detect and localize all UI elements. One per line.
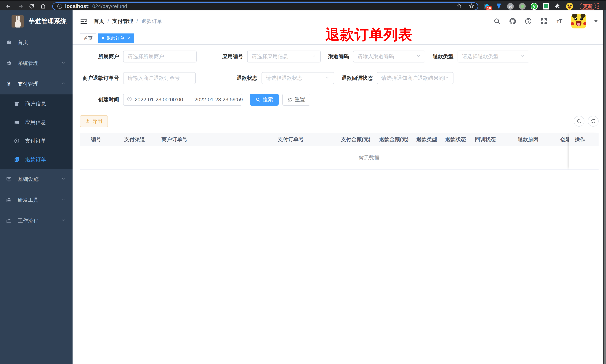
sidebar-item-label: 支付订单 — [25, 137, 46, 144]
tab-close-icon[interactable]: × — [127, 36, 130, 40]
yen-circle-icon — [14, 138, 20, 144]
extension-emoji-icon[interactable] — [566, 3, 573, 10]
sidebar-item-pay[interactable]: ¥ 支付管理 — [0, 74, 73, 94]
filter-merchant-refund-no: 商户退款订单号 — [80, 72, 196, 84]
chevron-down-icon — [61, 197, 66, 203]
extension-tampermonkey-icon[interactable]: 10 — [483, 3, 491, 10]
sidebar-item-label: 退款订单 — [25, 156, 46, 163]
browser-home-icon[interactable] — [40, 3, 47, 10]
sidebar-item-home[interactable]: 首页 — [0, 32, 73, 53]
sidebar-item-devtools[interactable]: 研发工具 — [0, 190, 73, 210]
active-tab-dot — [102, 37, 104, 39]
date-start-value[interactable]: 2022-01-23 00:00:00 — [135, 97, 189, 103]
extension-y-icon[interactable] — [530, 3, 538, 10]
breadcrumb-home[interactable]: 首页 — [94, 18, 104, 25]
sidebar-item-refund-order[interactable]: 退款订单 — [0, 150, 73, 169]
extension-command-icon[interactable]: ⌘ — [507, 3, 514, 10]
document-copy-icon — [14, 157, 20, 162]
date-end-value[interactable]: 2022-01-23 23:59:59 — [194, 97, 249, 103]
select-chevron-icon — [520, 53, 525, 60]
merchant-input[interactable] — [123, 51, 197, 63]
extensions-puzzle-icon[interactable] — [554, 3, 561, 10]
sidebar-item-label: 应用信息 — [25, 119, 46, 126]
github-icon[interactable] — [509, 17, 516, 25]
url-text: localhost:1024/pay/refund — [65, 3, 127, 9]
reset-button[interactable]: 重置 — [282, 94, 310, 105]
font-size-icon[interactable]: TT — [556, 17, 563, 25]
sidebar-item-app-info[interactable]: 应用信息 — [0, 113, 73, 132]
filter-refund-type: 退款类型 请选择退款类型 — [433, 51, 529, 63]
avatar[interactable] — [571, 14, 586, 28]
chevron-down-icon — [61, 218, 66, 224]
breadcrumb-pay[interactable]: 支付管理 — [112, 18, 133, 25]
browser-scrollbar[interactable] — [603, 10, 606, 364]
export-button[interactable]: 导出 — [80, 115, 108, 127]
app-logo[interactable]: 芋道管理系统 — [0, 10, 73, 32]
chevron-up-icon — [61, 81, 66, 87]
select-chevron-icon — [416, 53, 421, 60]
col-refund-amount: 退款金额(元) — [379, 136, 416, 143]
share-icon[interactable] — [456, 3, 462, 10]
refund-table: 编号 支付渠道 商户订单号 支付订单号 支付金额(元) 退款金额(元) 退款类型… — [80, 133, 599, 169]
extension-chat-icon[interactable] — [542, 3, 550, 10]
col-refund-reason: 退款原因 — [518, 136, 560, 143]
tab-refund-order[interactable]: 退款订单 × — [98, 33, 134, 43]
extension-badge: 10 — [486, 6, 492, 10]
empty-text: 暂无数据 — [359, 154, 380, 161]
col-callback-status: 回调状态 — [475, 136, 518, 143]
toolbox-icon — [6, 197, 12, 203]
filter-create-time: 创建时间 2022-01-23 00:00:00 - 2022-01-23 23… — [80, 94, 242, 105]
col-refund-type: 退款类型 — [416, 136, 445, 143]
refresh-table-icon[interactable] — [588, 116, 599, 127]
dashboard-icon — [6, 39, 12, 45]
refund-type-select[interactable]: 请选择退款类型 — [458, 51, 529, 63]
app-select[interactable]: 请选择应用信息 — [247, 51, 321, 63]
sidebar-item-workflow[interactable]: 工作流程 — [0, 210, 73, 231]
sidebar-item-label: 研发工具 — [18, 196, 39, 204]
sidebar-item-merchant-info[interactable]: 商户信息 — [0, 94, 73, 113]
show-search-toggle-icon[interactable] — [574, 116, 584, 127]
tab-home[interactable]: 首页 — [80, 33, 96, 43]
sidebar: 芋道管理系统 首页 系统管理 ¥ 支付管理 — [0, 10, 73, 364]
site-info-icon[interactable]: i — [57, 4, 62, 9]
extension-green-dot-icon[interactable] — [519, 3, 526, 10]
avatar-caret-icon[interactable] — [594, 20, 598, 22]
sidebar-submenu-pay: 商户信息 应用信息 支付订单 退款订单 — [0, 94, 73, 169]
notify-status-select[interactable]: 请选择通知商户退款结果的回调状态 — [377, 72, 453, 84]
browser-menu-icon[interactable] — [597, 3, 599, 9]
table-empty-row: 暂无数据 — [80, 146, 599, 169]
browser-update-button[interactable]: 更新 — [580, 3, 596, 10]
browser-reload-icon[interactable] — [28, 3, 35, 10]
sidebar-item-infra[interactable]: 基础设施 — [0, 169, 73, 190]
clock-icon — [127, 96, 132, 103]
extension-kite-icon[interactable] — [495, 3, 502, 10]
browser-forward-icon[interactable] — [17, 3, 24, 10]
sidebar-item-label: 系统管理 — [18, 60, 39, 67]
monitor-icon — [6, 176, 12, 182]
refund-status-select[interactable]: 请选择退款状态 — [262, 72, 334, 84]
merchant-refund-no-input[interactable] — [123, 72, 196, 84]
bookmark-star-icon[interactable] — [469, 3, 474, 10]
col-id: 编号 — [80, 136, 124, 143]
briefcase-icon — [6, 218, 12, 224]
browser-chrome: i localhost:1024/pay/refund 10 ⌘ 更新 — [0, 0, 606, 10]
search-icon[interactable] — [493, 17, 501, 25]
browser-back-icon[interactable] — [5, 3, 12, 10]
sidebar-item-label: 商户信息 — [25, 100, 46, 107]
gear-icon — [6, 60, 12, 66]
sidebar-item-system[interactable]: 系统管理 — [0, 53, 73, 74]
search-button[interactable]: 搜索 — [250, 94, 279, 105]
breadcrumb-refund: 退款订单 — [141, 18, 162, 25]
col-operation: 操作 — [569, 133, 599, 146]
channel-select[interactable]: 请输入渠道编码 — [353, 51, 425, 63]
browser-address-bar[interactable]: i localhost:1024/pay/refund — [52, 2, 478, 10]
page-content: 所属商户 应用编号 请选择应用信息 渠道编码 请输入渠道编码 — [73, 45, 606, 364]
table-grid-icon — [14, 119, 20, 125]
help-icon[interactable] — [525, 17, 532, 25]
yen-icon: ¥ — [6, 81, 12, 87]
date-range-picker[interactable]: 2022-01-23 00:00:00 - 2022-01-23 23:59:5… — [123, 94, 242, 105]
fullscreen-icon[interactable] — [540, 17, 548, 25]
select-chevron-icon — [312, 53, 316, 60]
sidebar-collapse-icon[interactable] — [80, 17, 87, 25]
sidebar-item-pay-order[interactable]: 支付订单 — [0, 132, 73, 150]
